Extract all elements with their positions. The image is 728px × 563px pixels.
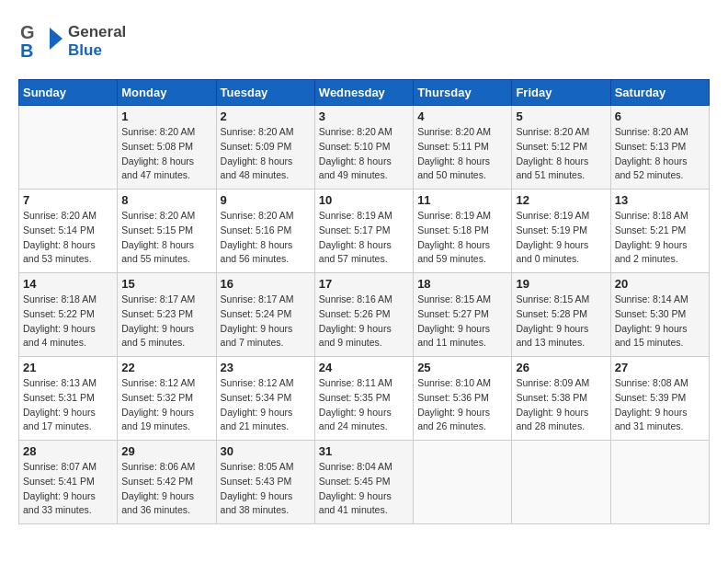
day-info: Sunrise: 8:20 AMSunset: 5:16 PMDaylight:… <box>221 209 311 267</box>
day-info: Sunrise: 8:09 AMSunset: 5:38 PMDaylight:… <box>516 376 606 434</box>
day-info: Sunrise: 8:20 AMSunset: 5:08 PMDaylight:… <box>121 125 211 183</box>
day-number: 16 <box>221 277 311 291</box>
day-info: Sunrise: 8:18 AMSunset: 5:22 PMDaylight:… <box>23 293 113 350</box>
logo-general: General <box>68 23 126 40</box>
calendar-cell <box>414 441 512 524</box>
calendar-cell: 27Sunrise: 8:08 AMSunset: 5:39 PMDayligh… <box>610 357 709 441</box>
day-number: 25 <box>417 361 507 374</box>
logo: G B General Blue <box>18 18 126 64</box>
day-number: 14 <box>23 277 113 291</box>
calendar-cell: 30Sunrise: 8:05 AMSunset: 5:43 PMDayligh… <box>216 441 314 524</box>
calendar-cell: 12Sunrise: 8:19 AMSunset: 5:19 PMDayligh… <box>512 190 610 273</box>
logo-blue: Blue <box>68 41 102 59</box>
day-number: 23 <box>221 361 311 374</box>
calendar-week-4: 21Sunrise: 8:13 AMSunset: 5:31 PMDayligh… <box>19 357 710 441</box>
calendar-week-2: 7Sunrise: 8:20 AMSunset: 5:14 PMDaylight… <box>19 190 710 273</box>
day-info: Sunrise: 8:19 AMSunset: 5:17 PMDaylight:… <box>319 209 409 267</box>
svg-text:B: B <box>20 40 33 61</box>
calendar-cell: 1Sunrise: 8:20 AMSunset: 5:08 PMDaylight… <box>118 106 216 190</box>
day-info: Sunrise: 8:11 AMSunset: 5:35 PMDaylight:… <box>319 376 409 434</box>
day-number: 15 <box>121 277 211 291</box>
day-info: Sunrise: 8:10 AMSunset: 5:36 PMDaylight:… <box>417 376 507 434</box>
calendar-table: SundayMondayTuesdayWednesdayThursdayFrid… <box>18 79 710 524</box>
day-info: Sunrise: 8:19 AMSunset: 5:18 PMDaylight:… <box>417 209 507 267</box>
day-info: Sunrise: 8:20 AMSunset: 5:15 PMDaylight:… <box>121 209 211 267</box>
svg-marker-2 <box>50 28 63 50</box>
svg-text:G: G <box>20 22 35 42</box>
calendar-cell: 5Sunrise: 8:20 AMSunset: 5:12 PMDaylight… <box>512 106 610 190</box>
day-info: Sunrise: 8:12 AMSunset: 5:32 PMDaylight:… <box>121 376 211 434</box>
day-number: 28 <box>23 444 113 458</box>
day-info: Sunrise: 8:20 AMSunset: 5:12 PMDaylight:… <box>516 125 606 183</box>
day-number: 17 <box>319 277 409 291</box>
day-number: 4 <box>417 109 507 123</box>
calendar-week-3: 14Sunrise: 8:18 AMSunset: 5:22 PMDayligh… <box>19 273 710 357</box>
calendar-cell <box>610 441 709 524</box>
day-info: Sunrise: 8:20 AMSunset: 5:10 PMDaylight:… <box>319 125 409 183</box>
day-number: 26 <box>516 361 606 374</box>
calendar-week-1: 1Sunrise: 8:20 AMSunset: 5:08 PMDaylight… <box>19 106 710 190</box>
day-number: 8 <box>121 193 211 207</box>
day-number: 31 <box>319 444 409 458</box>
day-info: Sunrise: 8:07 AMSunset: 5:41 PMDaylight:… <box>23 460 113 518</box>
day-info: Sunrise: 8:16 AMSunset: 5:26 PMDaylight:… <box>319 293 409 350</box>
day-number: 27 <box>615 361 705 374</box>
calendar-cell: 13Sunrise: 8:18 AMSunset: 5:21 PMDayligh… <box>610 190 709 273</box>
day-info: Sunrise: 8:17 AMSunset: 5:23 PMDaylight:… <box>121 293 211 350</box>
day-info: Sunrise: 8:20 AMSunset: 5:11 PMDaylight:… <box>417 125 507 183</box>
day-info: Sunrise: 8:15 AMSunset: 5:28 PMDaylight:… <box>516 293 606 350</box>
calendar-cell: 10Sunrise: 8:19 AMSunset: 5:17 PMDayligh… <box>314 190 413 273</box>
calendar-cell: 4Sunrise: 8:20 AMSunset: 5:11 PMDaylight… <box>414 106 512 190</box>
page-header: G B General Blue <box>18 18 710 64</box>
calendar-cell: 22Sunrise: 8:12 AMSunset: 5:32 PMDayligh… <box>118 357 216 441</box>
calendar-cell: 29Sunrise: 8:06 AMSunset: 5:42 PMDayligh… <box>118 441 216 524</box>
calendar-cell: 31Sunrise: 8:04 AMSunset: 5:45 PMDayligh… <box>314 441 413 524</box>
day-number: 6 <box>615 109 705 123</box>
calendar-cell: 2Sunrise: 8:20 AMSunset: 5:09 PMDaylight… <box>216 106 314 190</box>
calendar-cell: 14Sunrise: 8:18 AMSunset: 5:22 PMDayligh… <box>19 273 118 357</box>
day-number: 21 <box>23 361 113 374</box>
day-number: 12 <box>516 193 606 207</box>
day-number: 1 <box>121 109 211 123</box>
calendar-cell <box>512 441 610 524</box>
calendar-cell: 9Sunrise: 8:20 AMSunset: 5:16 PMDaylight… <box>216 190 314 273</box>
day-number: 9 <box>221 193 311 207</box>
weekday-header-thursday: Thursday <box>414 80 512 106</box>
day-info: Sunrise: 8:12 AMSunset: 5:34 PMDaylight:… <box>221 376 311 434</box>
day-number: 13 <box>615 193 705 207</box>
day-info: Sunrise: 8:15 AMSunset: 5:27 PMDaylight:… <box>417 293 507 350</box>
logo-svg: G B <box>18 18 64 64</box>
weekday-header-tuesday: Tuesday <box>216 80 314 106</box>
day-number: 18 <box>417 277 507 291</box>
day-info: Sunrise: 8:04 AMSunset: 5:45 PMDaylight:… <box>319 460 409 518</box>
calendar-cell: 16Sunrise: 8:17 AMSunset: 5:24 PMDayligh… <box>216 273 314 357</box>
day-number: 24 <box>319 361 409 374</box>
day-number: 19 <box>516 277 606 291</box>
calendar-cell: 26Sunrise: 8:09 AMSunset: 5:38 PMDayligh… <box>512 357 610 441</box>
day-number: 3 <box>319 109 409 123</box>
weekday-header-monday: Monday <box>118 80 216 106</box>
calendar-cell: 20Sunrise: 8:14 AMSunset: 5:30 PMDayligh… <box>610 273 709 357</box>
day-info: Sunrise: 8:18 AMSunset: 5:21 PMDaylight:… <box>615 209 705 267</box>
day-info: Sunrise: 8:19 AMSunset: 5:19 PMDaylight:… <box>516 209 606 267</box>
day-number: 11 <box>417 193 507 207</box>
calendar-cell: 28Sunrise: 8:07 AMSunset: 5:41 PMDayligh… <box>19 441 118 524</box>
day-info: Sunrise: 8:13 AMSunset: 5:31 PMDaylight:… <box>23 376 113 434</box>
day-number: 2 <box>221 109 311 123</box>
day-number: 29 <box>121 444 211 458</box>
day-info: Sunrise: 8:20 AMSunset: 5:14 PMDaylight:… <box>23 209 113 267</box>
day-number: 10 <box>319 193 409 207</box>
day-info: Sunrise: 8:05 AMSunset: 5:43 PMDaylight:… <box>221 460 311 518</box>
day-info: Sunrise: 8:20 AMSunset: 5:13 PMDaylight:… <box>615 125 705 183</box>
calendar-cell: 25Sunrise: 8:10 AMSunset: 5:36 PMDayligh… <box>414 357 512 441</box>
day-info: Sunrise: 8:06 AMSunset: 5:42 PMDaylight:… <box>121 460 211 518</box>
day-number: 7 <box>23 193 113 207</box>
weekday-header-friday: Friday <box>512 80 610 106</box>
calendar-week-5: 28Sunrise: 8:07 AMSunset: 5:41 PMDayligh… <box>19 441 710 524</box>
weekday-header-row: SundayMondayTuesdayWednesdayThursdayFrid… <box>19 80 710 106</box>
day-info: Sunrise: 8:14 AMSunset: 5:30 PMDaylight:… <box>615 293 705 350</box>
day-info: Sunrise: 8:17 AMSunset: 5:24 PMDaylight:… <box>221 293 311 350</box>
day-info: Sunrise: 8:20 AMSunset: 5:09 PMDaylight:… <box>221 125 311 183</box>
calendar-cell: 24Sunrise: 8:11 AMSunset: 5:35 PMDayligh… <box>314 357 413 441</box>
calendar-cell: 15Sunrise: 8:17 AMSunset: 5:23 PMDayligh… <box>118 273 216 357</box>
